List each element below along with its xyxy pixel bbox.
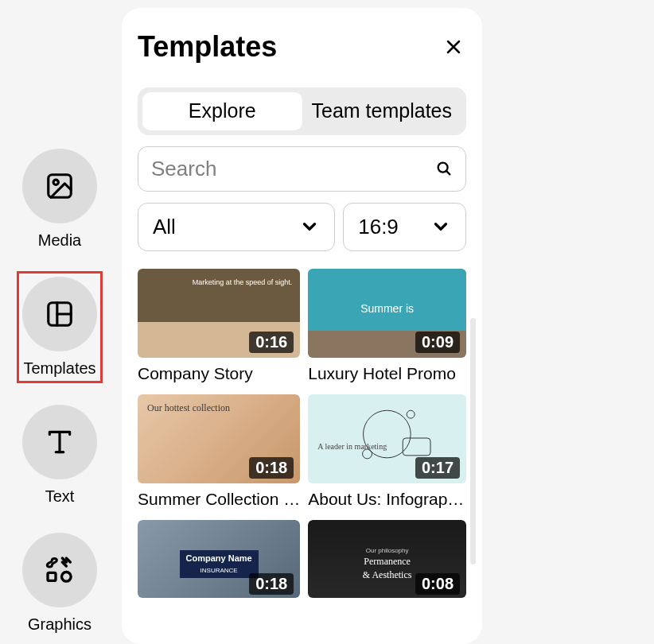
chevron-down-icon xyxy=(299,216,320,237)
template-card[interactable]: Our philosophy Permanence & Aesthetics 0… xyxy=(308,520,466,598)
tabs: Explore Team templates xyxy=(138,87,466,135)
filters: All 16:9 xyxy=(138,203,466,251)
thumb-overlay-text: & Aesthetics xyxy=(363,569,412,581)
thumb-overlay-text: Marketing at the speed of sight. xyxy=(193,278,293,286)
svg-point-16 xyxy=(407,410,415,418)
chevron-down-icon xyxy=(430,216,451,237)
template-title: Company Story xyxy=(138,364,300,383)
template-title: Luxury Hotel Promo xyxy=(308,364,466,383)
sidebar-item-label: Graphics xyxy=(28,615,91,634)
duration-badge: 0:17 xyxy=(415,457,460,479)
panel-title: Templates xyxy=(138,30,277,64)
duration-badge: 0:18 xyxy=(249,457,294,479)
template-thumbnail: Company Name INSURANCE 0:18 xyxy=(138,520,300,598)
sidebar-item-text[interactable]: Text xyxy=(17,399,103,511)
filter-aspect[interactable]: 16:9 xyxy=(343,203,466,251)
sidebar-item-label: Media xyxy=(38,231,81,250)
duration-badge: 0:16 xyxy=(249,332,294,353)
sidebar-item-graphics[interactable]: Graphics xyxy=(17,527,103,639)
template-card[interactable]: Our hottest collection 0:18 Summer Colle… xyxy=(138,394,300,509)
thumb-overlay-text: Our philosophy xyxy=(366,547,409,554)
thumb-overlay-text: Our hottest collection xyxy=(147,402,230,414)
template-title: Summer Collection … xyxy=(138,490,300,509)
svg-rect-7 xyxy=(48,572,56,580)
thumb-overlay-text: Company Name INSURANCE xyxy=(180,550,259,577)
duration-badge: 0:09 xyxy=(415,332,460,353)
svg-line-12 xyxy=(446,171,450,174)
filter-category[interactable]: All xyxy=(138,203,335,251)
template-thumbnail: Marketing at the speed of sight. 0:16 xyxy=(138,269,300,358)
sidebar-item-media[interactable]: Media xyxy=(17,143,103,255)
template-card[interactable]: A leader in marketing 0:17 About Us: Inf… xyxy=(308,394,466,509)
template-thumbnail: A leader in marketing 0:17 xyxy=(308,394,466,483)
panel-header: Templates xyxy=(138,30,466,64)
tab-explore[interactable]: Explore xyxy=(142,92,302,130)
template-card[interactable]: Marketing at the speed of sight. 0:16 Co… xyxy=(138,269,300,383)
filter-category-label: All xyxy=(153,215,176,239)
template-thumbnail: Summer is 0:09 xyxy=(308,269,466,358)
template-thumbnail: Our hottest collection 0:18 xyxy=(138,394,300,483)
text-icon xyxy=(22,405,97,479)
sidebar: Media Templates Text Graphics xyxy=(0,143,119,644)
sidebar-item-label: Templates xyxy=(23,359,95,378)
template-thumbnail: Our philosophy Permanence & Aesthetics 0… xyxy=(308,520,466,598)
media-icon xyxy=(22,149,97,223)
template-card[interactable]: Company Name INSURANCE 0:18 xyxy=(138,520,300,598)
duration-badge: 0:18 xyxy=(249,573,294,595)
duration-badge: 0:08 xyxy=(415,573,460,595)
scrollbar[interactable] xyxy=(470,318,476,564)
thumb-overlay-text: A leader in marketing xyxy=(317,442,387,451)
sidebar-item-label: Text xyxy=(45,487,75,506)
tab-team-templates[interactable]: Team templates xyxy=(302,92,462,130)
search-input[interactable] xyxy=(151,157,435,181)
graphics-icon xyxy=(22,533,97,607)
filter-aspect-label: 16:9 xyxy=(358,215,399,239)
search-box[interactable] xyxy=(138,146,466,192)
templates-panel: Templates Explore Team templates All 16:… xyxy=(122,8,482,644)
templates-icon xyxy=(22,277,97,351)
sidebar-item-templates[interactable]: Templates xyxy=(17,271,103,383)
close-button[interactable] xyxy=(441,34,466,60)
thumb-overlay-text: Permanence xyxy=(364,556,411,568)
templates-grid: Marketing at the speed of sight. 0:16 Co… xyxy=(138,269,466,598)
search-icon xyxy=(435,160,453,177)
thumb-overlay-text: Summer is xyxy=(360,302,414,315)
svg-point-8 xyxy=(62,572,72,582)
template-card[interactable]: Summer is 0:09 Luxury Hotel Promo xyxy=(308,269,466,383)
template-title: About Us: Infograp… xyxy=(308,490,466,509)
svg-point-1 xyxy=(53,180,58,184)
